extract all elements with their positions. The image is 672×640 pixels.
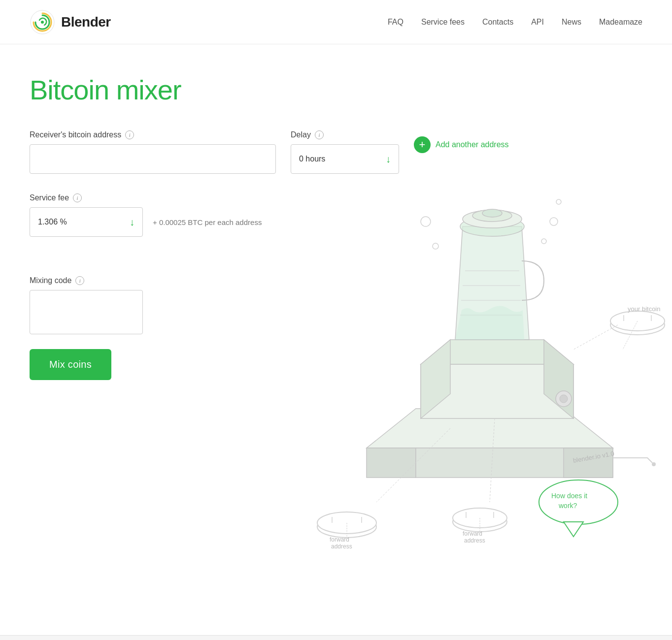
service-fee-label: Service fee i [30,193,642,202]
service-fee-note: + 0.00025 BTC per each address [153,218,262,226]
nav-madeamaze[interactable]: Madeamaze [599,18,642,27]
receiver-info-icon[interactable]: i [125,130,134,139]
svg-text:How does it: How does it [551,492,587,500]
nav-contacts[interactable]: Contacts [482,18,513,27]
svg-point-1 [41,21,44,24]
fee-row: 1.306 % ↓ + 0.00025 BTC per each address [30,207,642,237]
mixing-code-input[interactable] [30,290,143,334]
header: Blender FAQ Service fees Contacts API Ne… [0,0,672,44]
service-fee-value: 1.306 % [38,218,67,226]
receiver-address-input[interactable] [30,144,276,174]
mixing-code-label: Mixing code i [30,276,642,285]
delay-group: Delay i 0 hours ↓ [291,130,399,174]
delay-dropdown-arrow: ↓ [386,154,391,165]
delay-label: Delay i [291,130,399,139]
nav-api[interactable]: API [531,18,544,27]
service-fee-group: Service fee i 1.306 % ↓ + 0.00025 BTC pe… [30,193,642,256]
delay-value: 0 hours [299,155,325,163]
main-nav: FAQ Service fees Contacts API News Madea… [388,18,642,27]
service-fee-info-icon[interactable]: i [73,193,82,202]
add-address-button[interactable]: + Add another address [414,136,509,153]
svg-text:forward: forward [463,530,482,537]
nav-news[interactable]: News [562,18,581,27]
fee-dropdown-arrow: ↓ [130,217,134,228]
svg-point-49 [539,480,618,524]
receiver-address-group: Receiver's bitcoin address i [30,130,276,174]
mixing-code-group: Mixing code i [30,276,642,334]
address-delay-row: Receiver's bitcoin address i Delay i 0 h… [30,130,642,174]
nav-service-fees[interactable]: Service fees [421,18,465,27]
svg-text:forward: forward [330,536,349,543]
mixing-code-info-icon[interactable]: i [75,276,84,285]
logo[interactable]: Blender [30,9,111,35]
svg-marker-50 [564,522,583,537]
logo-text: Blender [61,14,111,30]
mix-coins-button[interactable]: Mix coins [30,349,111,380]
nav-faq[interactable]: FAQ [388,18,403,27]
mixer-form: Receiver's bitcoin address i Delay i 0 h… [30,130,642,380]
delay-info-icon[interactable]: i [315,130,324,139]
add-address-label: Add another address [436,140,509,149]
receiver-label: Receiver's bitcoin address i [30,130,276,139]
add-address-plus-icon: + [414,136,431,153]
svg-point-31 [560,395,568,403]
svg-marker-23 [367,448,416,478]
svg-text:address: address [464,537,485,544]
svg-text:work?: work? [558,502,577,510]
main-content: Bitcoin mixer Receiver's bitcoin address… [0,44,672,635]
footer: © 2020 Blender.io [0,635,672,640]
svg-text:address: address [331,543,352,550]
logo-icon [30,9,55,35]
delay-select[interactable]: 0 hours ↓ [291,144,399,174]
service-fee-select[interactable]: 1.306 % ↓ [30,207,143,237]
svg-point-53 [652,462,656,466]
